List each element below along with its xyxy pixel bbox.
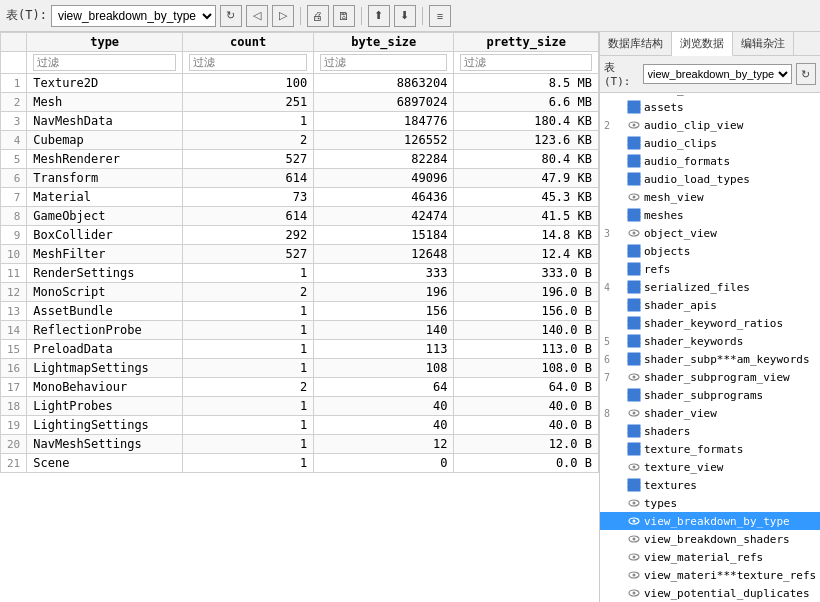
print-button-2[interactable]: 🖺 [333, 5, 355, 27]
tree-item[interactable]: audio_formats [600, 152, 820, 170]
forward-button[interactable]: ▷ [272, 5, 294, 27]
table-row[interactable]: 6Transform6144909647.9 KB [1, 169, 599, 188]
table-row[interactable]: 5MeshRenderer5278228480.4 KB [1, 150, 599, 169]
tree-item-label: audio_load_types [644, 173, 750, 186]
tree-item[interactable]: 4 serialized_files [600, 278, 820, 296]
table-row[interactable]: 3NavMeshData1184776180.4 KB [1, 112, 599, 131]
right-refresh-btn[interactable]: ↻ [796, 63, 816, 85]
col-count[interactable]: count [183, 33, 314, 52]
tree-item[interactable]: refs [600, 260, 820, 278]
print-button-1[interactable]: 🖨 [307, 5, 329, 27]
svg-point-91 [633, 556, 636, 559]
tree-item-label: shader_keywords [644, 335, 743, 348]
tree-item[interactable]: view_material_refs [600, 548, 820, 566]
tree-item[interactable]: objects [600, 242, 820, 260]
tree-item-label: view_material_refs [644, 551, 763, 564]
table-row[interactable]: 18LightProbes14040.0 B [1, 397, 599, 416]
tree-item[interactable]: 5 shader_keywords [600, 332, 820, 350]
cell-type: NavMeshSettings [27, 435, 183, 454]
cell-count: 2 [183, 131, 314, 150]
tree-item[interactable]: shaders [600, 422, 820, 440]
back-button[interactable]: ◁ [246, 5, 268, 27]
table-row[interactable]: 21Scene100.0 B [1, 454, 599, 473]
tree-item[interactable]: shader_keyword_ratios [600, 314, 820, 332]
table-row[interactable]: 20NavMeshSettings11212.0 B [1, 435, 599, 454]
tree-item[interactable]: audio_load_types [600, 170, 820, 188]
tree-item[interactable]: shader_subprograms [600, 386, 820, 404]
table-row[interactable]: 11RenderSettings1333333.0 B [1, 264, 599, 283]
tree-item[interactable]: audio_clips [600, 134, 820, 152]
table-row[interactable]: 10MeshFilter5271264812.4 KB [1, 245, 599, 264]
refresh-button-1[interactable]: ↻ [220, 5, 242, 27]
table-row[interactable]: 1Texture2D10088632048.5 MB [1, 74, 599, 93]
cell-count: 2 [183, 283, 314, 302]
right-table-select[interactable]: view_breakdown_by_type [643, 64, 792, 84]
export-button-2[interactable]: ⬇ [394, 5, 416, 27]
table-row[interactable]: 15PreloadData1113113.0 B [1, 340, 599, 359]
table-select[interactable]: view_breakdown_by_type [51, 5, 216, 27]
col-bytesize[interactable]: byte_size [314, 33, 454, 52]
filter-prettysize-input[interactable] [460, 54, 592, 71]
table-row[interactable]: 17MonoBehaviour26464.0 B [1, 378, 599, 397]
tree-table-icon [627, 208, 641, 222]
cell-prettysize: 41.5 KB [454, 207, 599, 226]
tree-item[interactable]: 2 audio_clip_view [600, 116, 820, 134]
tree-item[interactable]: view_breakdown_shaders [600, 530, 820, 548]
tree-row-num: 6 [604, 354, 624, 365]
table-row[interactable]: 4Cubemap2126552123.6 KB [1, 131, 599, 150]
tree-table-icon [627, 298, 641, 312]
tree-item[interactable]: 8 shader_view [600, 404, 820, 422]
tree-item[interactable]: textures [600, 476, 820, 494]
tab-edit-notes[interactable]: 编辑杂注 [733, 32, 794, 55]
cell-type: NavMeshData [27, 112, 183, 131]
tree-item[interactable]: texture_formats [600, 440, 820, 458]
tree-item[interactable]: 6 shader_subp***am_keywords [600, 350, 820, 368]
table-row[interactable]: 19LightingSettings14040.0 B [1, 416, 599, 435]
cell-count: 251 [183, 93, 314, 112]
tree-item[interactable]: assets [600, 98, 820, 116]
svg-rect-58 [628, 353, 640, 357]
tab-browse-data[interactable]: 浏览数据 [672, 32, 733, 56]
cell-prettysize: 40.0 B [454, 416, 599, 435]
filter-type-input[interactable] [33, 54, 176, 71]
cell-bytesize: 82284 [314, 150, 454, 169]
table-row[interactable]: 2Mesh25168970246.6 MB [1, 93, 599, 112]
table-row[interactable]: 16LightmapSettings1108108.0 B [1, 359, 599, 378]
tree-item[interactable]: shader_apis [600, 296, 820, 314]
filter-count-input[interactable] [189, 54, 307, 71]
table-row[interactable]: 12MonoScript2196196.0 B [1, 283, 599, 302]
tree-item[interactable]: view_potential_duplicates [600, 584, 820, 602]
tree-table-icon [627, 93, 641, 96]
svg-rect-16 [628, 145, 640, 149]
filter-bytesize-input[interactable] [320, 54, 447, 71]
table-row[interactable]: 9BoxCollider2921518414.8 KB [1, 226, 599, 245]
export-button-1[interactable]: ⬆ [368, 5, 390, 27]
col-type[interactable]: type [27, 33, 183, 52]
table-row[interactable]: 7Material734643645.3 KB [1, 188, 599, 207]
tree-item[interactable]: texture_view [600, 458, 820, 476]
table-row[interactable]: 14ReflectionProbe1140140.0 B [1, 321, 599, 340]
cell-bytesize: 333 [314, 264, 454, 283]
tree-item[interactable]: meshes [600, 206, 820, 224]
data-table-wrapper[interactable]: type count byte_size pretty_size [0, 32, 599, 602]
tree-table-icon [627, 388, 641, 402]
svg-rect-54 [628, 335, 640, 339]
table-row[interactable]: 8GameObject6144247441.5 KB [1, 207, 599, 226]
tree-item[interactable]: view_breakdown_by_type [600, 512, 820, 530]
tab-db-structure[interactable]: 数据库结构 [600, 32, 672, 55]
col-prettysize[interactable]: pretty_size [454, 33, 599, 52]
tree-item[interactable]: types [600, 494, 820, 512]
tree-table-icon [627, 136, 641, 150]
tree-item[interactable]: 7 shader_subprogram_view [600, 368, 820, 386]
right-tree[interactable]: 1 Texture2D asset_dependencies_view asse… [600, 93, 820, 602]
more-button[interactable]: ≡ [429, 5, 451, 27]
table-row[interactable]: 13AssetBundle1156156.0 B [1, 302, 599, 321]
cell-bytesize: 49096 [314, 169, 454, 188]
tree-item[interactable]: view_materi***texture_refs [600, 566, 820, 584]
cell-prettysize: 14.8 KB [454, 226, 599, 245]
tree-item[interactable]: mesh_view [600, 188, 820, 206]
svg-rect-29 [628, 213, 640, 217]
tree-table-icon [627, 496, 641, 510]
cell-count: 1 [183, 454, 314, 473]
tree-item[interactable]: 3 object_view [600, 224, 820, 242]
